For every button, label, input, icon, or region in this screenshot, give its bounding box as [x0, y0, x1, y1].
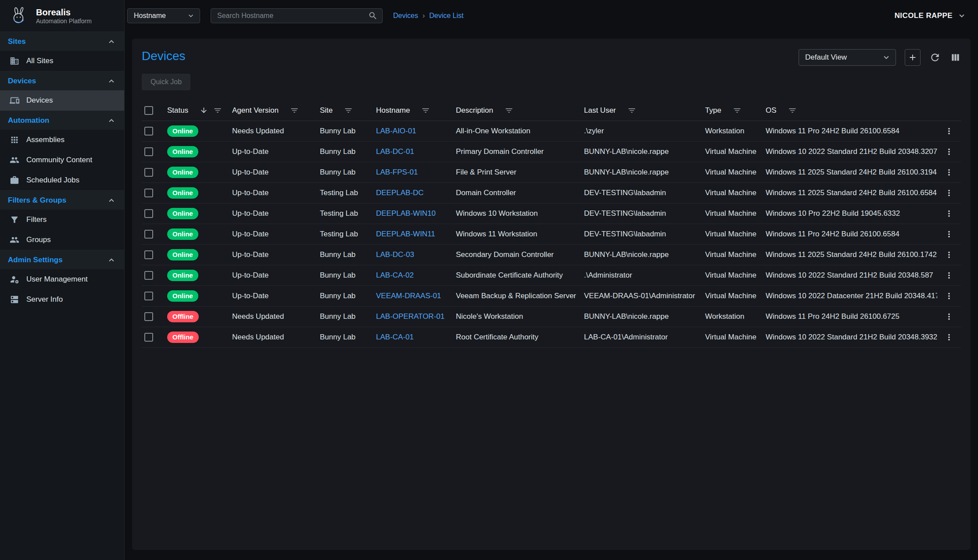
column-header-last-user[interactable]: Last User [584, 106, 705, 115]
cell-description: Windows 10 Workstation [456, 209, 584, 218]
row-checkbox[interactable] [144, 312, 153, 321]
row-checkbox[interactable] [144, 189, 153, 197]
row-checkbox[interactable] [144, 168, 153, 177]
hostname-link[interactable]: LAB-OPERATOR-01 [376, 312, 444, 321]
app-subtitle: Automation Platform [36, 18, 92, 25]
table-header-row: StatusAgent VersionSiteHostnameDescripti… [142, 100, 961, 121]
hostname-link[interactable]: LAB-FPS-01 [376, 168, 418, 177]
sidebar-item-scheduled-jobs[interactable]: Scheduled Jobs [0, 170, 124, 190]
select-all-checkbox[interactable] [144, 106, 153, 115]
column-filter-icon[interactable] [290, 106, 299, 115]
table-row[interactable]: OnlineUp-to-DateBunny LabVEEAM-DRAAS-01V… [142, 286, 961, 307]
table-row[interactable]: OnlineUp-to-DateTesting LabDEEPLAB-WIN10… [142, 203, 961, 224]
cell-site: Bunny Lab [320, 127, 376, 136]
column-filter-icon[interactable] [344, 106, 353, 115]
column-header-status[interactable]: Status [167, 106, 232, 115]
columns-icon[interactable] [949, 52, 961, 63]
search-field-select[interactable]: Hostname [127, 8, 200, 23]
column-filter-icon[interactable] [627, 106, 636, 115]
hostname-link[interactable]: LAB-CA-01 [376, 333, 414, 342]
column-filter-icon[interactable] [213, 106, 222, 115]
hostname-link[interactable]: DEEPLAB-WIN10 [376, 209, 436, 218]
row-menu-icon[interactable] [944, 250, 954, 260]
sidebar-item-groups[interactable]: Groups [0, 230, 124, 250]
sidebar-item-community-content[interactable]: Community Content [0, 150, 124, 170]
column-filter-icon[interactable] [505, 106, 513, 115]
breadcrumb-devices[interactable]: Devices [393, 12, 418, 20]
cell-last-user: .\Administrator [584, 271, 705, 280]
row-menu-icon[interactable] [944, 126, 954, 136]
actions-cell [937, 126, 961, 136]
user-gear-icon [10, 275, 19, 284]
row-menu-icon[interactable] [944, 332, 954, 342]
table-row[interactable]: OnlineUp-to-DateBunny LabLAB-DC-03Second… [142, 245, 961, 265]
sidebar-section-sites[interactable]: Sites [0, 32, 124, 51]
hostname-link[interactable]: DEEPLAB-DC [376, 189, 424, 197]
table-row[interactable]: OfflineNeeds UpdatedBunny LabLAB-CA-01Ro… [142, 327, 961, 348]
breadcrumb-device-list[interactable]: Device List [429, 12, 463, 20]
nav-item-label: User Management [26, 275, 88, 284]
column-header-hostname[interactable]: Hostname [376, 106, 456, 115]
search-input[interactable] [217, 12, 368, 20]
row-checkbox[interactable] [144, 292, 153, 300]
sidebar-item-assemblies[interactable]: Assemblies [0, 130, 124, 150]
table-row[interactable]: OnlineUp-to-DateTesting LabDEEPLAB-WIN11… [142, 224, 961, 245]
checkbox-cell [142, 250, 167, 259]
column-filter-icon[interactable] [733, 106, 742, 115]
hostname-link[interactable]: LAB-DC-01 [376, 147, 414, 156]
sidebar-item-user-management[interactable]: User Management [0, 269, 124, 289]
row-checkbox[interactable] [144, 230, 153, 239]
sort-descending-icon[interactable] [200, 106, 208, 114]
table-row[interactable]: OnlineUp-to-DateBunny LabLAB-CA-02Subord… [142, 265, 961, 286]
row-checkbox[interactable] [144, 209, 153, 218]
hostname-link[interactable]: VEEAM-DRAAS-01 [376, 292, 441, 300]
column-filter-icon[interactable] [788, 106, 797, 115]
table-row[interactable]: OfflineNeeds UpdatedBunny LabLAB-OPERATO… [142, 307, 961, 327]
sidebar-section-automation[interactable]: Automation [0, 111, 124, 130]
hostname-link[interactable]: LAB-AIO-01 [376, 127, 416, 136]
row-checkbox[interactable] [144, 127, 153, 136]
column-filter-icon[interactable] [421, 106, 430, 115]
row-menu-icon[interactable] [944, 229, 954, 239]
user-menu[interactable]: NICOLE RAPPE [895, 11, 967, 21]
quick-job-button[interactable]: Quick Job [142, 74, 190, 90]
row-menu-icon[interactable] [944, 168, 954, 177]
row-menu-icon[interactable] [944, 271, 954, 280]
table-row[interactable]: OnlineUp-to-DateBunny LabLAB-FPS-01File … [142, 162, 961, 183]
cell-site: Bunny Lab [320, 333, 376, 342]
row-menu-icon[interactable] [944, 312, 954, 321]
sidebar-item-filters[interactable]: Filters [0, 210, 124, 230]
hostname-link[interactable]: LAB-CA-02 [376, 271, 414, 280]
actions-cell [937, 271, 961, 280]
row-checkbox[interactable] [144, 271, 153, 280]
row-checkbox[interactable] [144, 250, 153, 259]
column-header-site[interactable]: Site [320, 106, 376, 115]
search-icon[interactable] [368, 11, 378, 21]
view-select[interactable]: Default View [799, 49, 896, 66]
column-header-agent-version[interactable]: Agent Version [232, 106, 320, 115]
row-checkbox[interactable] [144, 147, 153, 156]
sidebar-item-devices[interactable]: Devices [0, 90, 124, 111]
table-row[interactable]: OnlineNeeds UpdatedBunny LabLAB-AIO-01Al… [142, 121, 961, 142]
hostname-link[interactable]: LAB-DC-03 [376, 250, 414, 259]
sidebar-section-admin-settings[interactable]: Admin Settings [0, 250, 124, 269]
sidebar-item-server-info[interactable]: Server Info [0, 289, 124, 310]
cell-site: Bunny Lab [320, 312, 376, 321]
row-menu-icon[interactable] [944, 291, 954, 301]
sidebar-section-devices[interactable]: Devices [0, 71, 124, 90]
refresh-icon[interactable] [929, 52, 941, 63]
table-row[interactable]: OnlineUp-to-DateBunny LabLAB-DC-01Primar… [142, 142, 961, 162]
column-label: Type [705, 106, 721, 115]
column-header-os[interactable]: OS [766, 106, 937, 115]
row-menu-icon[interactable] [944, 209, 954, 218]
row-menu-icon[interactable] [944, 147, 954, 157]
sidebar-item-all-sites[interactable]: All Sites [0, 51, 124, 71]
column-header-description[interactable]: Description [456, 106, 584, 115]
hostname-link[interactable]: DEEPLAB-WIN11 [376, 230, 435, 239]
row-menu-icon[interactable] [944, 188, 954, 198]
table-row[interactable]: OnlineUp-to-DateTesting LabDEEPLAB-DCDom… [142, 183, 961, 203]
row-checkbox[interactable] [144, 333, 153, 342]
add-view-button[interactable] [905, 49, 921, 66]
column-header-type[interactable]: Type [705, 106, 766, 115]
sidebar-section-filters-groups[interactable]: Filters & Groups [0, 190, 124, 210]
